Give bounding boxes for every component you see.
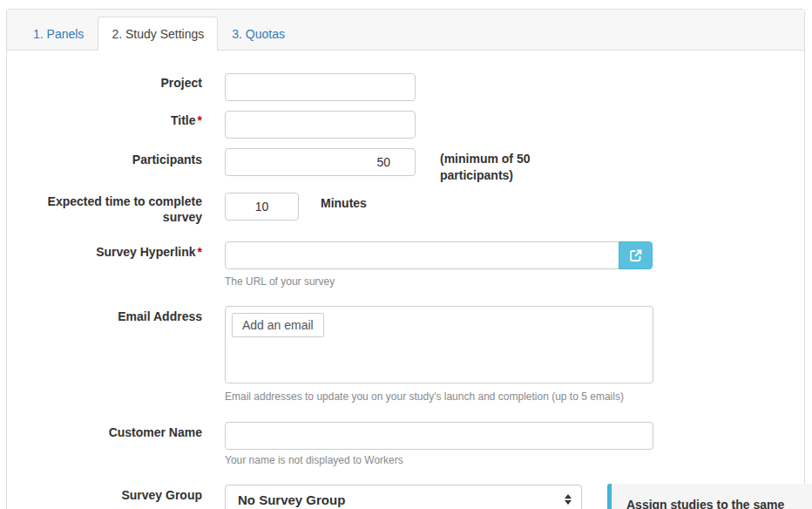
project-input[interactable] xyxy=(225,73,416,101)
survey-hyperlink-help: The URL of your survey xyxy=(225,275,335,288)
required-asterisk: * xyxy=(198,113,202,127)
tab-quotas[interactable]: 3. Quotas xyxy=(218,17,299,50)
customer-name-input[interactable] xyxy=(225,422,653,450)
callout-text: Assign studies to the same xyxy=(626,497,812,509)
email-tags-box[interactable]: Add an email xyxy=(225,306,653,383)
open-survey-link-button[interactable] xyxy=(619,241,653,269)
participants-label: Participants xyxy=(28,152,202,167)
email-address-help: Email addresses to update you on your st… xyxy=(225,390,624,404)
participants-minimum-note: (minimum of 50 participants) xyxy=(440,151,562,184)
tab-study-settings[interactable]: 2. Study Settings xyxy=(98,17,218,51)
survey-group-selected-value: No Survey Group xyxy=(238,492,345,507)
tab-panels[interactable]: 1. Panels xyxy=(19,17,98,50)
title-input[interactable] xyxy=(225,111,416,139)
project-label: Project xyxy=(28,75,202,91)
minutes-unit-label: Minutes xyxy=(321,195,367,212)
customer-name-label: Customer Name xyxy=(28,424,202,440)
survey-hyperlink-label: Survey Hyperlink* xyxy=(28,244,202,260)
survey-group-info-callout: Assign studies to the same xyxy=(607,484,812,509)
survey-hyperlink-input[interactable] xyxy=(225,241,619,269)
tab-bar: 1. Panels 2. Study Settings 3. Quotas xyxy=(7,10,804,51)
external-link-icon xyxy=(629,248,643,262)
email-address-label: Email Address xyxy=(28,309,202,324)
expected-time-input[interactable] xyxy=(225,193,299,221)
required-asterisk: * xyxy=(198,245,202,259)
customer-name-help: Your name is not displayed to Workers xyxy=(225,454,403,467)
add-email-button[interactable]: Add an email xyxy=(232,313,324,337)
expected-time-label: Expected time to complete survey xyxy=(28,193,202,225)
survey-group-label: Survey Group xyxy=(28,487,202,503)
title-label: Title* xyxy=(28,112,202,128)
participants-input[interactable] xyxy=(225,148,416,176)
select-stepper-icon xyxy=(565,494,572,505)
survey-group-select[interactable]: No Survey Group xyxy=(225,485,582,509)
study-settings-page: 1. Panels 2. Study Settings 3. Quotas Pr… xyxy=(0,0,812,509)
